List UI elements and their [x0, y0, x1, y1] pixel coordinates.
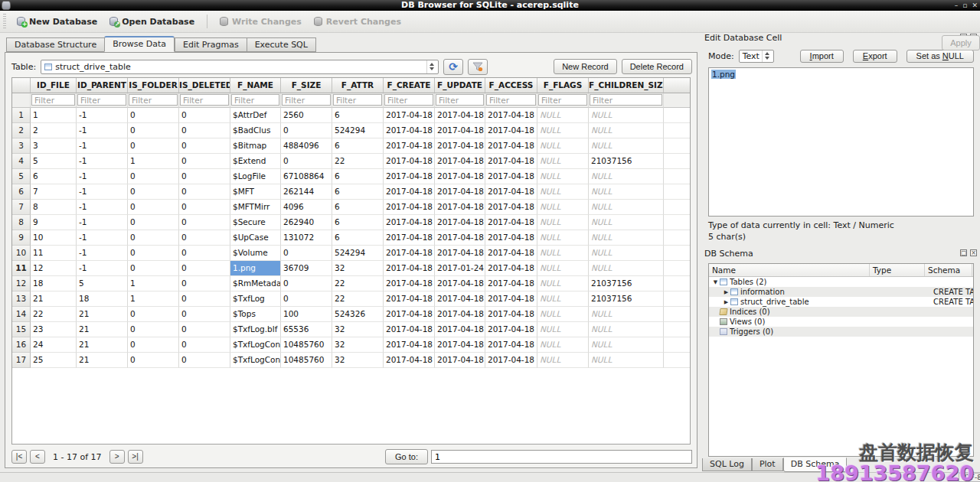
- cell-id-file[interactable]: 12: [31, 261, 77, 276]
- cell-is-folder[interactable]: 0: [128, 246, 179, 261]
- cell-id-file[interactable]: 11: [31, 246, 77, 261]
- previous-record-button[interactable]: <: [30, 450, 45, 464]
- cell-f-update[interactable]: 2017-04-18 ...: [435, 353, 485, 368]
- cell-f-update[interactable]: 2017-04-18 ...: [435, 108, 485, 123]
- cell-f-size[interactable]: 4096: [281, 200, 332, 215]
- cell-is-deleted[interactable]: 0: [179, 291, 230, 307]
- cell-f-children-size[interactable]: NULL: [589, 138, 664, 154]
- cell-f-update[interactable]: 2017-04-18 ...: [435, 215, 485, 230]
- tab-execute-sql[interactable]: Execute SQL: [247, 37, 316, 52]
- column-header-f-children-size[interactable]: F_CHILDREN_SIZE: [589, 78, 664, 93]
- row-number[interactable]: 13: [12, 291, 31, 307]
- cell-f-name[interactable]: $Volume: [230, 246, 281, 261]
- cell-f-attr[interactable]: 22: [332, 276, 384, 291]
- cell-f-size[interactable]: 0: [281, 123, 332, 138]
- cell-f-create[interactable]: 2017-04-18 ...: [384, 184, 435, 200]
- cell-f-update[interactable]: 2017-04-18 ...: [435, 230, 485, 246]
- dock-float-icon[interactable]: ▢: [960, 249, 967, 256]
- cell-f-create[interactable]: 2017-04-18 ...: [384, 261, 435, 276]
- cell-id-parent[interactable]: -1: [77, 215, 128, 230]
- cell-f-access[interactable]: 2017-04-18 ...: [485, 230, 537, 246]
- row-number[interactable]: 3: [12, 138, 31, 154]
- cell-is-deleted[interactable]: 0: [179, 154, 230, 169]
- toolbar-grip[interactable]: [3, 14, 6, 29]
- cell-id-parent[interactable]: 21: [77, 353, 128, 368]
- cell-f-name[interactable]: $BadClus: [230, 123, 281, 138]
- cell-id-file[interactable]: 3: [31, 138, 77, 154]
- cell-f-name[interactable]: $MFTMirr: [230, 200, 281, 215]
- cell-f-access[interactable]: 2017-04-18 ...: [485, 307, 537, 322]
- cell-f-access[interactable]: 2017-04-18 ...: [485, 154, 537, 169]
- cell-f-access[interactable]: 2017-04-18 ...: [485, 138, 537, 154]
- cell-f-children-size[interactable]: NULL: [589, 322, 664, 337]
- cell-is-folder[interactable]: 0: [128, 353, 179, 368]
- cell-is-folder[interactable]: 1: [128, 291, 179, 307]
- new-record-button[interactable]: New Record: [554, 59, 617, 74]
- cell-is-deleted[interactable]: 0: [179, 246, 230, 261]
- cell-f-access[interactable]: 2017-04-18 ...: [485, 322, 537, 337]
- cell-f-children-size[interactable]: NULL: [589, 123, 664, 138]
- cell-f-attr[interactable]: 32: [332, 337, 384, 353]
- cell-f-attr[interactable]: 22: [332, 154, 384, 169]
- column-header-f-flags[interactable]: F_FLAGS: [537, 78, 589, 93]
- filter-input-f-access[interactable]: [486, 94, 536, 106]
- cell-f-children-size[interactable]: NULL: [589, 169, 664, 184]
- filter-input-f-name[interactable]: [231, 94, 279, 106]
- cell-id-file[interactable]: 10: [31, 230, 77, 246]
- cell-is-folder[interactable]: 0: [128, 337, 179, 353]
- cell-f-attr[interactable]: 32: [332, 322, 384, 337]
- cell-f-children-size[interactable]: NULL: [589, 337, 664, 353]
- cell-f-size[interactable]: 4884096: [281, 138, 332, 154]
- cell-id-parent[interactable]: 21: [77, 337, 128, 353]
- cell-f-name[interactable]: $Secure: [230, 215, 281, 230]
- set-as-null-button[interactable]: Set as NULL: [906, 50, 974, 63]
- cell-f-attr[interactable]: 524294: [332, 246, 384, 261]
- row-number[interactable]: 10: [12, 246, 31, 261]
- column-header-is-folder[interactable]: IS_FOLDER: [128, 78, 179, 93]
- cell-f-size[interactable]: 0: [281, 291, 332, 307]
- cell-f-children-size[interactable]: NULL: [589, 230, 664, 246]
- cell-id-file[interactable]: 5: [31, 154, 77, 169]
- cell-id-parent[interactable]: -1: [77, 169, 128, 184]
- cell-is-folder[interactable]: 0: [128, 322, 179, 337]
- schema-column-name[interactable]: Name: [709, 264, 870, 276]
- filter-input-is-deleted[interactable]: [180, 94, 229, 106]
- cell-f-attr[interactable]: 6: [332, 138, 384, 154]
- cell-f-name[interactable]: $Extend: [230, 154, 281, 169]
- cell-id-parent[interactable]: -1: [77, 200, 128, 215]
- cell-f-size[interactable]: 10485760: [281, 353, 332, 368]
- clear-filters-button[interactable]: [468, 59, 488, 75]
- cell-f-attr[interactable]: 6: [332, 200, 384, 215]
- close-icon[interactable]: ✕: [972, 0, 978, 11]
- cell-id-file[interactable]: 24: [31, 337, 77, 353]
- cell-is-folder[interactable]: 1: [128, 154, 179, 169]
- cell-f-name[interactable]: $MFT: [230, 184, 281, 200]
- export-button[interactable]: Export: [853, 50, 897, 63]
- cell-is-folder[interactable]: 0: [128, 261, 179, 276]
- filter-input-f-flags[interactable]: [538, 94, 587, 106]
- schema-tree-item-tables-2-[interactable]: ▼Tables (2): [709, 277, 973, 287]
- cell-f-children-size[interactable]: NULL: [589, 215, 664, 230]
- delete-record-button[interactable]: Delete Record: [622, 59, 692, 74]
- cell-f-flags[interactable]: NULL: [537, 215, 589, 230]
- dock-close-icon[interactable]: ×: [970, 249, 977, 256]
- cell-f-attr[interactable]: 6: [332, 169, 384, 184]
- cell-f-create[interactable]: 2017-04-18 ...: [384, 307, 435, 322]
- schema-column-type[interactable]: Type: [870, 264, 925, 276]
- column-header-f-attr[interactable]: F_ATTR: [332, 78, 384, 93]
- row-number[interactable]: 2: [12, 123, 31, 138]
- cell-f-access[interactable]: 2017-04-18 ...: [485, 123, 537, 138]
- cell-f-access[interactable]: 2017-04-18 ...: [485, 169, 537, 184]
- filter-input-f-children-size[interactable]: [590, 94, 662, 106]
- cell-f-children-size[interactable]: 21037156: [589, 291, 664, 307]
- mode-select[interactable]: Text: [739, 50, 774, 63]
- cell-f-access[interactable]: 2017-04-18 ...: [485, 246, 537, 261]
- cell-f-update[interactable]: 2017-04-18 ...: [435, 322, 485, 337]
- cell-id-file[interactable]: 23: [31, 322, 77, 337]
- cell-f-access[interactable]: 2017-04-18 ...: [485, 108, 537, 123]
- cell-f-children-size[interactable]: NULL: [589, 307, 664, 322]
- cell-id-file[interactable]: 6: [31, 169, 77, 184]
- row-number[interactable]: 12: [12, 276, 31, 291]
- cell-f-access[interactable]: 2017-04-18 ...: [485, 276, 537, 291]
- import-button[interactable]: Import: [800, 50, 844, 63]
